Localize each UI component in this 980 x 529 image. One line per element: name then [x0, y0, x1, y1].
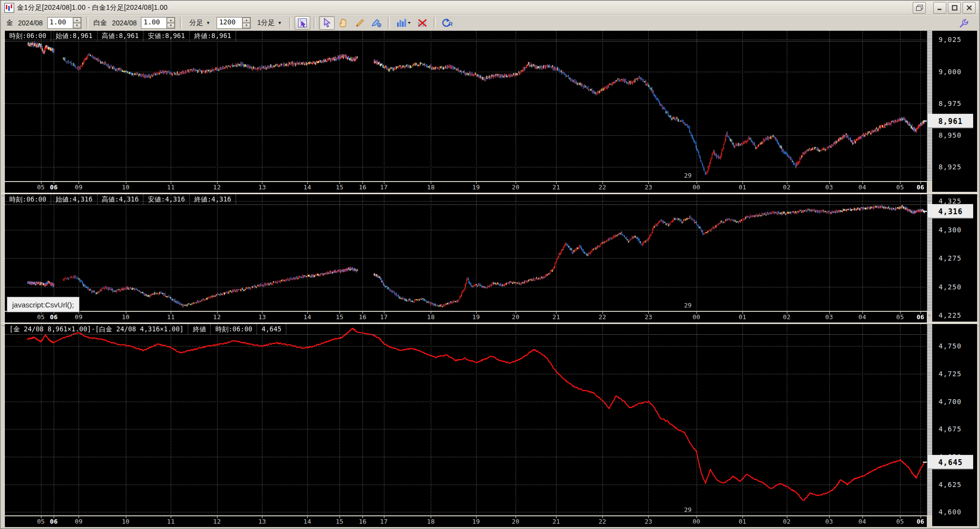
- x-axis-label: 14: [303, 518, 311, 525]
- x-axis-label: 00: [693, 313, 700, 321]
- chart-type-dropdown[interactable]: 分足 ▼: [186, 17, 213, 29]
- axis-tick-marker: [928, 257, 931, 260]
- platinum-multiplier-value[interactable]: 1.00: [141, 18, 166, 28]
- x-axis-label: 16: [359, 518, 366, 525]
- x-axis-label: 23: [644, 313, 652, 321]
- x-axis-label: 20: [512, 313, 520, 321]
- x-axis-label: 17: [380, 313, 388, 321]
- chart-panel-1: 時刻:06:00始値:4,316高値:4,316安値:4,316終値:4,316…: [1, 194, 979, 322]
- x-axis-label: 06: [917, 313, 924, 321]
- x-axis-label: 02: [783, 313, 791, 321]
- plot-area-2[interactable]: [金 24/08 8,961×1.00]-[白金 24/08 4,316×1.0…: [5, 324, 927, 515]
- axis-tick-marker: [928, 70, 931, 73]
- x-axis-label: 16: [359, 183, 366, 191]
- settings-wrench-button[interactable]: [956, 16, 972, 30]
- x-axis-label: 06: [917, 518, 924, 525]
- marker-tool-button[interactable]: [369, 16, 384, 30]
- chart-style-dropdown-button[interactable]: [393, 16, 414, 30]
- chart-type-label: 分足: [189, 19, 203, 27]
- maximize-button[interactable]: [948, 2, 961, 14]
- x-axis-label: 03: [825, 183, 833, 191]
- y-axis-label: 8,975: [939, 100, 961, 107]
- x-axis-label: 09: [75, 518, 82, 525]
- x-axis-label: 23: [644, 183, 652, 191]
- current-price-tick: [923, 121, 927, 122]
- separator: [180, 17, 182, 29]
- x-axis-label: 09: [75, 313, 82, 321]
- y-axis-label: 4,700: [939, 398, 961, 406]
- app-icon: [4, 3, 14, 13]
- delete-chart-icon: [417, 18, 428, 28]
- bar-count-value[interactable]: 1200: [217, 18, 242, 28]
- hand-tool-button[interactable]: [336, 16, 351, 30]
- chart-cursor-tool-button[interactable]: [295, 16, 310, 30]
- y-axis-label: 4,600: [939, 508, 961, 516]
- refresh-icon: R: [441, 18, 453, 28]
- current-price-box: 4,316: [928, 204, 973, 219]
- x-axis-label: 11: [167, 313, 175, 321]
- x-axis-label: 19: [472, 183, 480, 191]
- x-axis-label: 15: [336, 183, 343, 191]
- x-axis-label: 06: [917, 183, 924, 191]
- spin-up-icon: ▲: [167, 18, 175, 23]
- x-axis-label: 21: [552, 313, 560, 321]
- chevron-down-icon: ▼: [206, 20, 210, 25]
- cascade-window-button[interactable]: [913, 2, 926, 14]
- gold-multiplier-spinner[interactable]: 1.00 ▲▼: [47, 17, 81, 29]
- x-axis-label: 22: [599, 183, 606, 191]
- app-window: 金1分足[2024/08]1.00 - 白金1分足[2024/08]1.00 金…: [0, 0, 980, 529]
- y-axis-label: 4,275: [939, 254, 961, 262]
- spin-down-icon: ▼: [73, 23, 81, 28]
- axis-tick-marker: [928, 134, 931, 137]
- x-axis-label: 17: [380, 183, 388, 191]
- x-axis-label: 03: [825, 313, 833, 321]
- bar-count-spinner[interactable]: 1200 ▲▼: [217, 17, 251, 29]
- x-axis-label: 18: [427, 313, 435, 321]
- marker-icon: [371, 18, 382, 28]
- hand-icon: [339, 18, 348, 28]
- spin-up-icon: ▲: [242, 18, 250, 23]
- x-axis-label: 14: [303, 183, 311, 191]
- close-button[interactable]: [962, 2, 976, 14]
- x-axis-label: 04: [859, 313, 866, 321]
- plot-area-1[interactable]: 時刻:06:00始値:4,316高値:4,316安値:4,316終値:4,316…: [5, 194, 927, 311]
- x-axis-label: 19: [472, 518, 480, 525]
- x-axis-label: 15: [336, 313, 343, 321]
- pointer-tool-button[interactable]: [319, 16, 335, 30]
- x-axis-label: 18: [427, 183, 435, 191]
- axis-tick-marker: [928, 400, 931, 404]
- current-price-tick: [923, 462, 927, 463]
- x-axis-label: 23: [644, 518, 652, 525]
- chart-panel-2: [金 24/08 8,961×1.00]-[白金 24/08 4,316×1.0…: [1, 324, 979, 526]
- toolbar: 金 2024/08 1.00 ▲▼ 白金 2024/08 1.00 ▲▼ 分足 …: [1, 15, 979, 31]
- gold-multiplier-value[interactable]: 1.00: [48, 18, 73, 28]
- x-axis-label: 00: [693, 183, 700, 191]
- x-axis-label: 18: [427, 518, 435, 525]
- x-axis-row-2: 0506091011121314151617181920212223000102…: [5, 515, 927, 527]
- x-axis-label: 16: [359, 313, 366, 321]
- axis-tick-marker: [928, 427, 931, 431]
- y-axis-label: 4,325: [939, 197, 961, 205]
- delete-chart-button[interactable]: [415, 16, 430, 30]
- interval-dropdown[interactable]: 1分足 ▼: [254, 17, 285, 29]
- x-axis-label: 05: [37, 183, 45, 191]
- x-axis-label: 06: [50, 313, 58, 321]
- minimize-button[interactable]: [933, 2, 946, 14]
- pencil-icon: [355, 18, 365, 28]
- plot-area-0[interactable]: 時刻:06:00始値:8,961高値:8,961安値:8,961終値:8,961…: [5, 31, 927, 181]
- interval-label: 1分足: [257, 19, 275, 27]
- x-axis-label: 20: [512, 518, 520, 525]
- x-axis-label: 02: [783, 518, 791, 525]
- titlebar[interactable]: 金1分足[2024/08]1.00 - 白金1分足[2024/08]1.00: [1, 1, 979, 15]
- x-axis-label: 13: [258, 183, 266, 191]
- y-axis-label: 4,300: [939, 226, 961, 234]
- refresh-button[interactable]: R: [439, 16, 455, 30]
- x-axis-label: 05: [896, 183, 904, 191]
- pencil-tool-button[interactable]: [352, 16, 368, 30]
- y-axis-label: 4,675: [939, 425, 961, 433]
- x-axis-label: 15: [336, 518, 343, 525]
- x-axis-label: 21: [552, 518, 560, 525]
- platinum-multiplier-spinner[interactable]: 1.00 ▲▼: [141, 17, 175, 29]
- x-axis-label: 14: [303, 313, 311, 321]
- y-axis-label: 9,025: [939, 36, 961, 43]
